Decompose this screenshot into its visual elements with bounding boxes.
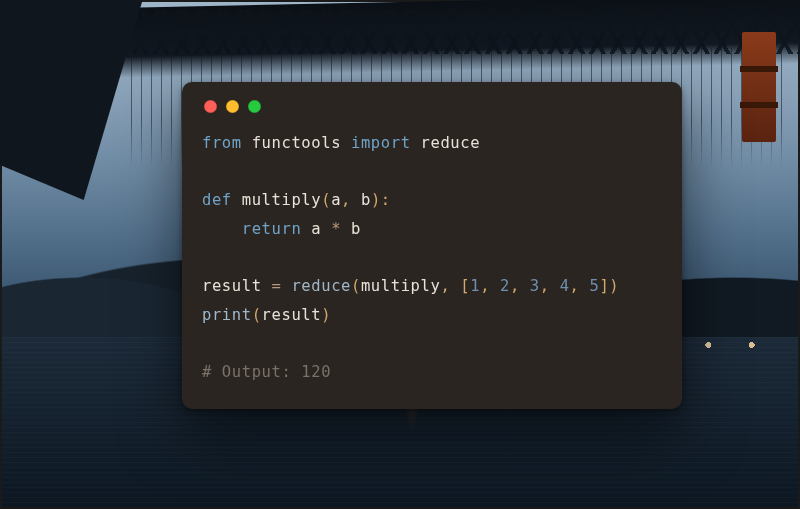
paren-open: (: [321, 191, 331, 209]
module-name: functools: [252, 134, 341, 152]
import-name: reduce: [421, 134, 481, 152]
param-b: b: [361, 191, 371, 209]
func-def-name: multiply: [242, 191, 321, 209]
op-multiply: *: [331, 220, 341, 238]
num-2: 2: [500, 277, 510, 295]
paren-open: (: [351, 277, 361, 295]
var-result: result: [202, 277, 262, 295]
num-1: 1: [470, 277, 480, 295]
comma: ,: [341, 191, 351, 209]
bridge-tower-right: [742, 32, 776, 142]
var-a: a: [311, 220, 321, 238]
minimize-button[interactable]: [226, 100, 239, 113]
keyword-from: from: [202, 134, 242, 152]
bracket-close: ]: [599, 277, 609, 295]
paren-close: ): [321, 306, 331, 324]
bracket-open: [: [460, 277, 470, 295]
zoom-button[interactable]: [248, 100, 261, 113]
keyword-return: return: [242, 220, 302, 238]
keyword-import: import: [351, 134, 411, 152]
paren-close: ): [609, 277, 619, 295]
space: [351, 191, 361, 209]
paren-close: ): [371, 191, 381, 209]
param-a: a: [331, 191, 341, 209]
code-block: from functools import reduce def multipl…: [202, 129, 662, 387]
comma: ,: [570, 277, 580, 295]
window-traffic-lights: [202, 96, 662, 129]
code-window: from functools import reduce def multipl…: [182, 82, 682, 409]
close-button[interactable]: [204, 100, 217, 113]
comment-output: # Output: 120: [202, 363, 331, 381]
call-print: print: [202, 306, 252, 324]
op-assign: =: [272, 277, 282, 295]
num-5: 5: [589, 277, 599, 295]
var-b: b: [351, 220, 361, 238]
comma: ,: [540, 277, 550, 295]
num-3: 3: [530, 277, 540, 295]
colon: :: [381, 191, 391, 209]
paren-open: (: [252, 306, 262, 324]
comma: ,: [480, 277, 490, 295]
num-4: 4: [560, 277, 570, 295]
arg-multiply: multiply: [361, 277, 440, 295]
comma: ,: [440, 277, 450, 295]
call-reduce: reduce: [291, 277, 351, 295]
wallpaper-background: from functools import reduce def multipl…: [0, 0, 800, 509]
arg-result: result: [262, 306, 322, 324]
keyword-def: def: [202, 191, 232, 209]
comma: ,: [510, 277, 520, 295]
